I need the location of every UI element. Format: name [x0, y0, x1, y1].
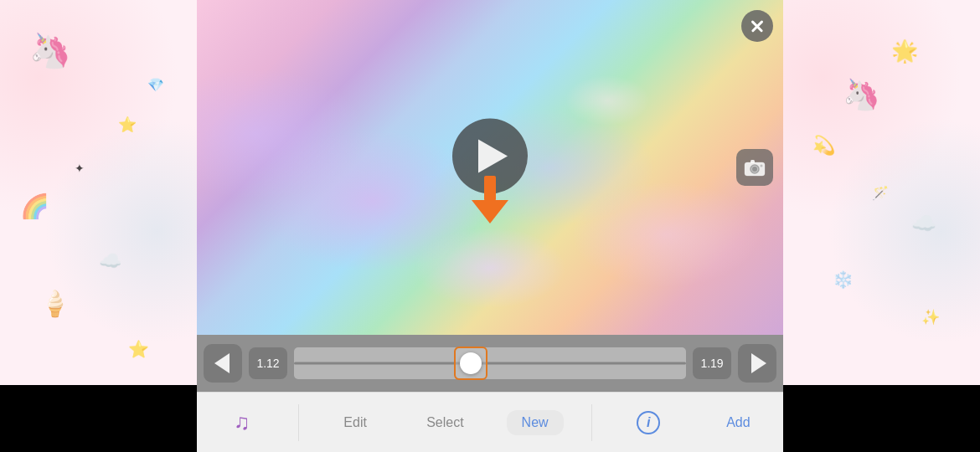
doodle-wand-r1: 🪄 — [872, 185, 889, 201]
divider-1 — [298, 404, 299, 441]
nav-left-button[interactable] — [204, 344, 242, 383]
time-right-label: 1.19 — [693, 347, 731, 379]
app-container: 🦄 ⭐ 🌈 ☁️ 💎 🍦 ✦ ⭐ 🌟 💫 ☁️ 🦄 ❄️ ✨ 🪄 — [197, 0, 783, 452]
toolbar-new[interactable]: New — [502, 393, 569, 452]
scrubber-thumb — [460, 352, 482, 374]
doodle-snowflake-r1: ❄️ — [833, 270, 854, 290]
doodle-rainbow-1: 🌈 — [20, 193, 49, 220]
unicorn-bg-left: 🦄 ⭐ 🌈 ☁️ 💎 🍦 ✦ ⭐ — [0, 0, 197, 385]
video-background — [197, 0, 783, 335]
doodle-sparkle-r2: ✨ — [921, 308, 940, 326]
svg-point-2 — [752, 167, 757, 172]
camera-icon — [744, 158, 766, 177]
add-label: Add — [726, 415, 750, 430]
select-label: Select — [426, 415, 463, 430]
time-left-label: 1.12 — [249, 347, 287, 379]
doodle-diamond-1: 💎 — [147, 77, 164, 93]
bottom-toolbar: ♫ Edit Select New i Add — [197, 392, 783, 452]
toolbar-select[interactable]: Select — [411, 393, 478, 452]
arrow-head — [472, 200, 508, 223]
camera-button[interactable] — [736, 149, 773, 186]
doodle-star-r1: 🌟 — [891, 39, 918, 64]
doodle-unicorn-r1: 🦄 — [843, 77, 880, 112]
scrubber-thumb-wrap[interactable] — [454, 347, 487, 380]
nav-right-button[interactable] — [738, 344, 776, 383]
svg-point-4 — [761, 165, 763, 167]
doodle-sparkle-r1: 💫 — [812, 135, 835, 157]
nav-left-arrow-icon — [214, 353, 230, 373]
svg-rect-3 — [750, 160, 755, 163]
toolbar-info[interactable]: i — [615, 393, 682, 452]
doodle-star-2: ✦ — [75, 162, 85, 175]
divider-2 — [591, 404, 592, 441]
doodle-star-1: ⭐ — [118, 116, 137, 134]
toolbar-edit[interactable]: Edit — [322, 393, 389, 452]
left-panel: 🦄 ⭐ 🌈 ☁️ 💎 🍦 ✦ ⭐ — [0, 0, 197, 385]
close-button[interactable] — [741, 10, 773, 42]
toolbar-music[interactable]: ♫ — [209, 393, 276, 452]
unicorn-bg-right: 🌟 💫 ☁️ 🦄 ❄️ ✨ 🪄 — [783, 0, 980, 385]
doodle-cloud-1: ☁️ — [99, 250, 121, 272]
arrow-stem — [484, 176, 496, 201]
scrubber-track[interactable] — [294, 347, 686, 379]
info-icon: i — [637, 411, 660, 434]
right-panel: 🌟 💫 ☁️ 🦄 ❄️ ✨ 🪄 — [783, 0, 980, 385]
new-label: New — [507, 410, 564, 435]
orange-arrow — [472, 176, 508, 223]
doodle-unicorn-1: 🦄 — [29, 31, 71, 70]
nav-right-arrow-icon — [751, 353, 766, 373]
video-area — [197, 0, 783, 335]
doodle-star-3: ⭐ — [128, 339, 149, 359]
doodle-icecream-1: 🍦 — [39, 289, 70, 318]
scrubber-line — [294, 362, 686, 365]
doodle-cloud-r1: ☁️ — [911, 212, 936, 235]
music-icon: ♫ — [234, 409, 250, 435]
play-triangle — [478, 140, 508, 173]
timeline-bar: 1.12 1.19 — [197, 335, 783, 392]
edit-label: Edit — [343, 415, 367, 430]
toolbar-add[interactable]: Add — [704, 393, 771, 452]
